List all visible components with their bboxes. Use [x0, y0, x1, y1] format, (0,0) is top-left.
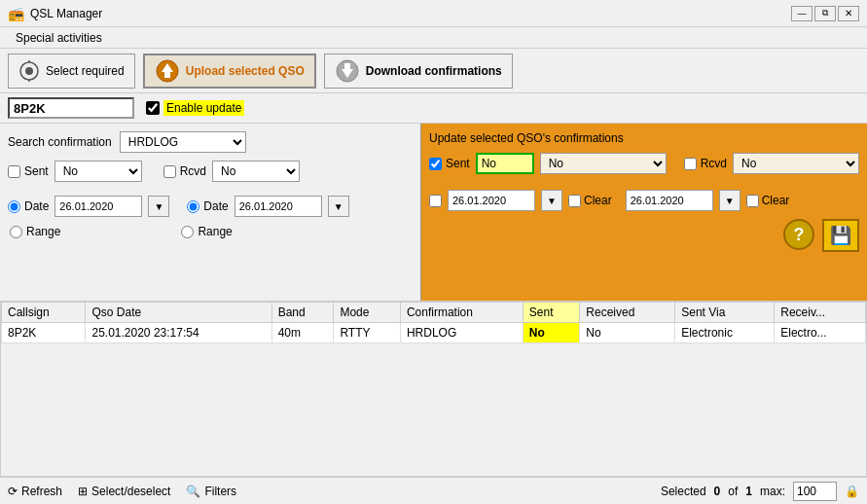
- title-bar: 📻 QSL Manager — ⧉ ✕: [0, 0, 867, 27]
- right-sent-label: Sent: [446, 157, 470, 170]
- callsign-input[interactable]: [8, 97, 134, 119]
- right-sent-row: Sent NoYes Rcvd NoYes: [429, 153, 859, 174]
- upload-qso-button[interactable]: Upload selected QSO: [143, 54, 316, 89]
- select-deselect-icon: ⊞: [78, 485, 88, 498]
- right-panel: Update selected QSO's confirmations Sent…: [421, 124, 867, 301]
- select-deselect-button[interactable]: ⊞ Select/deselect: [78, 485, 170, 498]
- cell-confirmation: HRDLOG: [400, 322, 523, 342]
- upload-label: Upload selected QSO: [186, 64, 305, 78]
- date-radio-2[interactable]: [187, 200, 199, 213]
- max-label: max:: [760, 485, 785, 498]
- date-radio-2-container: Date: [187, 199, 228, 213]
- menu-special-activities[interactable]: Special activities: [8, 29, 110, 47]
- col-band[interactable]: Band: [271, 302, 334, 322]
- status-bar: ⟳ Refresh ⊞ Select/deselect 🔍 Filters Se…: [0, 477, 867, 504]
- right-date-input-2[interactable]: [626, 190, 713, 211]
- col-callsign[interactable]: Callsign: [2, 302, 86, 322]
- filters-icon: 🔍: [186, 485, 200, 498]
- range-radio-1-container: Range: [10, 225, 60, 238]
- lock-icon: 🔒: [845, 485, 859, 498]
- menu-bar: Special activities: [0, 27, 867, 49]
- col-mode[interactable]: Mode: [334, 302, 401, 322]
- date-calendar-btn-1[interactable]: ▼: [148, 196, 169, 217]
- refresh-icon: ⟳: [8, 485, 18, 498]
- col-received[interactable]: Received: [580, 302, 675, 322]
- search-confirmation-label: Search confirmation: [8, 135, 112, 149]
- date-row-1: Date ▼ Date ▼: [8, 196, 413, 217]
- range-radio-1[interactable]: [10, 226, 22, 238]
- right-date-cal-btn-1[interactable]: ▼: [541, 190, 562, 211]
- right-date1-checkbox[interactable]: [429, 195, 442, 207]
- cell-mode: RTTY: [334, 322, 401, 342]
- action-buttons: ? 💾: [429, 219, 859, 252]
- minimize-btn[interactable]: —: [791, 6, 813, 21]
- right-rcvd-checkbox-container: Rcvd: [684, 157, 727, 170]
- rcvd-select[interactable]: NoYes: [212, 161, 300, 182]
- cell-sent-via: Electronic: [675, 322, 775, 342]
- sent-select[interactable]: NoYes: [54, 161, 142, 182]
- table-row[interactable]: 8P2K 25.01.2020 23:17:54 40m RTTY HRDLOG…: [2, 322, 866, 342]
- rcvd-label: Rcvd: [180, 164, 206, 178]
- enable-update-checkbox[interactable]: [146, 101, 160, 115]
- right-clear-checkbox-2[interactable]: [746, 195, 759, 207]
- download-icon: [335, 58, 360, 84]
- right-date-input-1[interactable]: [448, 190, 535, 211]
- right-clear-btn-2: Clear: [746, 194, 790, 207]
- search-dropdown[interactable]: HRDLOG eQSL LoTW: [120, 131, 246, 153]
- callsign-bar: Enable update: [0, 93, 867, 124]
- range-radio-2[interactable]: [181, 226, 194, 238]
- enable-update-label: Enable update: [163, 100, 244, 116]
- cell-band: 40m: [271, 322, 334, 342]
- cell-qso-date: 25.01.2020 23:17:54: [86, 322, 271, 342]
- date-input-2[interactable]: [235, 196, 322, 217]
- col-received-via[interactable]: Receiv...: [775, 302, 866, 322]
- right-rcvd-select[interactable]: NoYes: [733, 153, 859, 174]
- right-sent-input[interactable]: [476, 153, 534, 174]
- right-sent-select[interactable]: NoYes: [540, 153, 667, 174]
- right-rcvd-checkbox[interactable]: [684, 158, 697, 170]
- filters-button[interactable]: 🔍 Filters: [186, 485, 236, 498]
- col-qso-date[interactable]: Qso Date: [86, 302, 271, 322]
- search-row: Search confirmation HRDLOG eQSL LoTW: [8, 131, 413, 153]
- select-required-icon: [18, 60, 40, 82]
- right-sent-checkbox[interactable]: [429, 158, 442, 170]
- col-confirmation[interactable]: Confirmation: [400, 302, 523, 322]
- save-button[interactable]: 💾: [822, 219, 859, 252]
- range-radio-2-container: Range: [181, 225, 232, 238]
- right-date-row: ▼ Clear ▼ Clear: [429, 190, 859, 211]
- sent-checkbox[interactable]: [8, 165, 20, 178]
- table-section: Callsign Qso Date Band Mode Confirmation…: [0, 301, 867, 478]
- cell-sent: No: [523, 322, 580, 342]
- max-input[interactable]: [793, 482, 837, 501]
- data-table: Callsign Qso Date Band Mode Confirmation…: [1, 302, 866, 343]
- col-sent-via[interactable]: Sent Via: [675, 302, 775, 322]
- window-title: QSL Manager: [30, 7, 102, 20]
- right-date-cal-btn-2[interactable]: ▼: [719, 190, 741, 211]
- right-rcvd-label: Rcvd: [701, 157, 727, 170]
- refresh-button[interactable]: ⟳ Refresh: [8, 485, 62, 498]
- right-clear-checkbox-1[interactable]: [568, 195, 581, 207]
- download-confirmations-button[interactable]: Download confirmations: [324, 54, 513, 89]
- help-button[interactable]: ?: [783, 219, 814, 250]
- select-deselect-label: Select/deselect: [91, 485, 170, 498]
- date-input-1[interactable]: [54, 196, 142, 217]
- right-date1-checkbox-container: [429, 195, 442, 207]
- sent-label: Sent: [24, 164, 49, 178]
- date-radio-1-container: Date: [8, 199, 49, 213]
- status-right: Selected 0 of 1 max: 🔒: [661, 482, 859, 501]
- close-btn[interactable]: ✕: [838, 6, 859, 21]
- toolbar: Select required Upload selected QSO Down…: [0, 49, 867, 93]
- right-clear-btn-1: Clear: [568, 194, 612, 207]
- right-panel-title: Update selected QSO's confirmations: [429, 131, 859, 145]
- select-required-button[interactable]: Select required: [8, 54, 135, 89]
- table-container[interactable]: Callsign Qso Date Band Mode Confirmation…: [0, 301, 867, 478]
- date-calendar-btn-2[interactable]: ▼: [328, 196, 349, 217]
- selected-value: 0: [714, 485, 721, 498]
- total-value: 1: [745, 485, 752, 498]
- rcvd-checkbox[interactable]: [163, 165, 176, 178]
- date-radio-1[interactable]: [8, 200, 20, 213]
- restore-btn[interactable]: ⧉: [814, 6, 836, 21]
- col-sent[interactable]: Sent: [523, 302, 580, 322]
- cell-callsign: 8P2K: [2, 322, 86, 342]
- status-left: ⟳ Refresh ⊞ Select/deselect 🔍 Filters: [8, 485, 236, 498]
